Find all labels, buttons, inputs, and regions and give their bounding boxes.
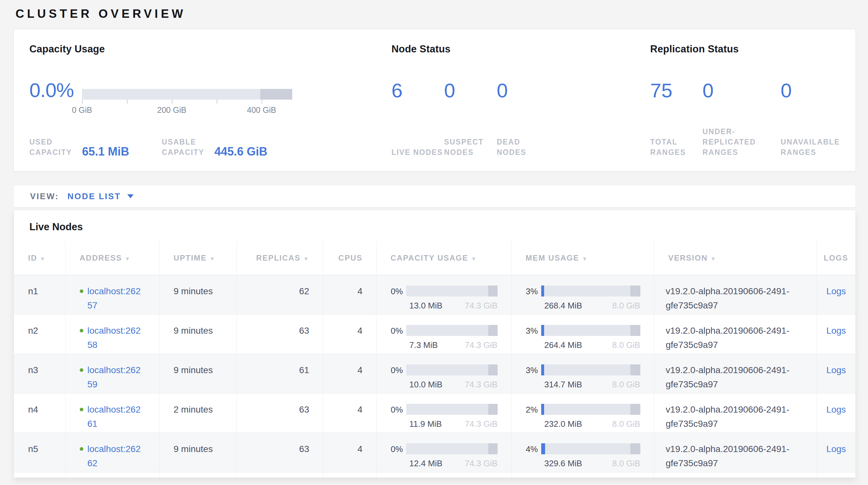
- node-list-dropdown-value[interactable]: NODE LIST: [67, 192, 121, 201]
- column-header[interactable]: LOGS▼: [817, 241, 856, 275]
- capacity-used-value: 12.4 MiB: [409, 458, 443, 468]
- capacity-percent: 0%: [391, 404, 406, 416]
- mem-bar-end-segment: [630, 325, 640, 336]
- node-id-cell: n4: [14, 393, 65, 433]
- capacity-bar-end-segment: [488, 325, 497, 336]
- version-cell: v19.2.0-alpha.20190606-2491-gfe735c9a97: [654, 393, 817, 433]
- mem-bar-end-segment: [630, 286, 640, 296]
- capacity-total-value: 74.3 GiB: [465, 458, 497, 468]
- capacity-axis-ticks: [82, 99, 292, 104]
- column-header[interactable]: ID▼: [14, 241, 65, 275]
- capacity-bar-track: [82, 89, 292, 99]
- view-selector-bar: VIEW: NODE LIST: [13, 185, 856, 207]
- live-nodes-label: LIVE NODES: [392, 147, 444, 158]
- used-capacity-value: 65.1 MiB: [82, 146, 129, 157]
- node-address-link[interactable]: localhost:26262: [88, 442, 145, 470]
- version-cell: v19.2.0-alpha.20190606-2491-gfe735c9a97: [654, 354, 817, 393]
- logs-link[interactable]: Logs: [826, 365, 846, 375]
- mem-used-value: 264.4 MiB: [545, 340, 582, 350]
- capacity-percent: 0%: [391, 364, 406, 376]
- logs-cell: Logs: [817, 354, 856, 393]
- node-status-section: Node Status 6 LIVE NODES 0 SUSPECT NODES…: [392, 44, 650, 158]
- sort-desc-icon[interactable]: ▼: [471, 256, 477, 262]
- node-address-cell: localhost:26261: [65, 393, 159, 433]
- column-label[interactable]: REPLICAS: [256, 254, 300, 262]
- column-label[interactable]: MEM USAGE: [526, 254, 579, 262]
- sort-desc-icon[interactable]: ▼: [711, 256, 717, 262]
- column-header[interactable]: CPUS▼: [323, 241, 376, 275]
- sort-desc-icon[interactable]: ▼: [40, 256, 46, 262]
- cpus-cell: 4: [323, 354, 376, 393]
- column-label[interactable]: CPUS: [338, 254, 363, 262]
- node-list-dropdown[interactable]: NODE LIST: [67, 192, 134, 201]
- node-address-link[interactable]: localhost:26259: [88, 363, 145, 392]
- unavailable-ranges-stat: 0 UNAVAILABLE RANGES: [781, 80, 840, 158]
- node-row: n4 localhost:26261 2 minutes 63 4 0% 11.: [14, 393, 856, 433]
- sort-desc-icon[interactable]: ▼: [582, 256, 588, 262]
- mem-total-value: 8.0 GiB: [612, 458, 640, 468]
- mem-bar: [541, 364, 640, 375]
- column-header[interactable]: ADDRESS▼: [65, 241, 159, 275]
- capacity-total-value: 74.3 GiB: [465, 340, 497, 350]
- unavailable-ranges-value: 0: [781, 80, 840, 101]
- used-capacity-stat: USED CAPACITY 65.1 MiB: [29, 137, 162, 158]
- cpus-cell: 4: [323, 393, 376, 433]
- sort-desc-icon[interactable]: ▼: [304, 256, 309, 262]
- partial-node-row: [14, 472, 856, 478]
- node-row: n2 localhost:26258 9 minutes 63 4 0% 7.3: [14, 314, 856, 354]
- capacity-used-value: 7.3 MiB: [409, 340, 438, 350]
- mem-usage-cell: 3% 314.7 MiB 8.0 GiB: [511, 354, 654, 393]
- capacity-usage-cell: 0% 13.0 MiB 74.3 GiB: [376, 275, 511, 314]
- column-label[interactable]: ID: [28, 254, 37, 262]
- cpus-cell: 4: [323, 275, 376, 314]
- logs-link[interactable]: Logs: [826, 286, 846, 296]
- mem-percent: 3%: [526, 325, 541, 337]
- column-label[interactable]: LOGS: [824, 254, 848, 262]
- capacity-usage-cell: 0% 10.0 MiB 74.3 GiB: [376, 354, 511, 393]
- usable-capacity-stat: USABLE CAPACITY 445.6 GiB: [162, 137, 268, 158]
- column-label[interactable]: CAPACITY USAGE: [391, 254, 468, 262]
- mem-percent: 2%: [526, 404, 541, 416]
- replicas-cell: 63: [237, 393, 323, 433]
- capacity-bar-end-segment: [260, 89, 292, 99]
- column-header[interactable]: CAPACITY USAGE▼: [376, 241, 511, 275]
- column-label[interactable]: ADDRESS: [80, 254, 122, 262]
- logs-link[interactable]: Logs: [826, 444, 846, 454]
- node-address-link[interactable]: localhost:26257: [88, 284, 145, 313]
- live-status-dot-icon: [80, 329, 83, 333]
- column-label[interactable]: VERSION: [669, 254, 708, 262]
- node-status-title: Node Status: [392, 44, 650, 55]
- version-text: v19.2.0-alpha.20190606-2491-gfe735c9a97: [666, 324, 805, 352]
- live-nodes-heading: Live Nodes: [29, 221, 856, 233]
- mem-usage-cell: 3% 268.4 MiB 8.0 GiB: [511, 275, 654, 314]
- live-nodes-table: ID▼ ADDRESS▼ UPTIME▼ REPLICAS▼ CPUS▼ CAP…: [14, 241, 856, 478]
- capacity-bar-end-segment: [488, 364, 497, 375]
- live-nodes-card: Live Nodes ID▼ ADDRESS▼ UPTIME▼ REPLICAS…: [13, 210, 856, 478]
- column-header[interactable]: MEM USAGE▼: [511, 241, 654, 275]
- node-id-cell: n2: [14, 314, 65, 354]
- mem-bar: [541, 325, 640, 336]
- replication-status-section: Replication Status 75 TOTAL RANGES 0 UND…: [650, 44, 840, 158]
- node-address-link[interactable]: localhost:26258: [88, 324, 145, 352]
- dead-nodes-value: 0: [497, 80, 549, 101]
- mem-bar-end-segment: [630, 364, 640, 375]
- column-label[interactable]: UPTIME: [174, 254, 207, 262]
- logs-link[interactable]: Logs: [826, 404, 846, 415]
- logs-link[interactable]: Logs: [826, 325, 846, 336]
- column-header[interactable]: UPTIME▼: [159, 241, 237, 275]
- column-header[interactable]: REPLICAS▼: [237, 241, 323, 275]
- usable-capacity-label: USABLE CAPACITY: [162, 137, 214, 158]
- suspect-nodes-label: SUSPECT NODES: [444, 137, 497, 158]
- usable-capacity-value: 445.6 GiB: [214, 146, 268, 157]
- node-id-cell: n3: [14, 354, 65, 393]
- mem-percent: 3%: [526, 364, 541, 376]
- total-ranges-stat: 75 TOTAL RANGES: [650, 80, 703, 158]
- dead-nodes-label: DEAD NODES: [497, 137, 549, 158]
- mem-bar: [541, 286, 640, 296]
- node-address-link[interactable]: localhost:26261: [88, 403, 145, 431]
- node-row: n1 localhost:26257 9 minutes 62 4 0% 13.: [14, 275, 856, 314]
- sort-desc-icon[interactable]: ▼: [210, 256, 215, 262]
- uptime-cell: 9 minutes: [159, 275, 237, 314]
- sort-desc-icon[interactable]: ▼: [125, 256, 131, 262]
- column-header[interactable]: VERSION▼: [654, 241, 817, 275]
